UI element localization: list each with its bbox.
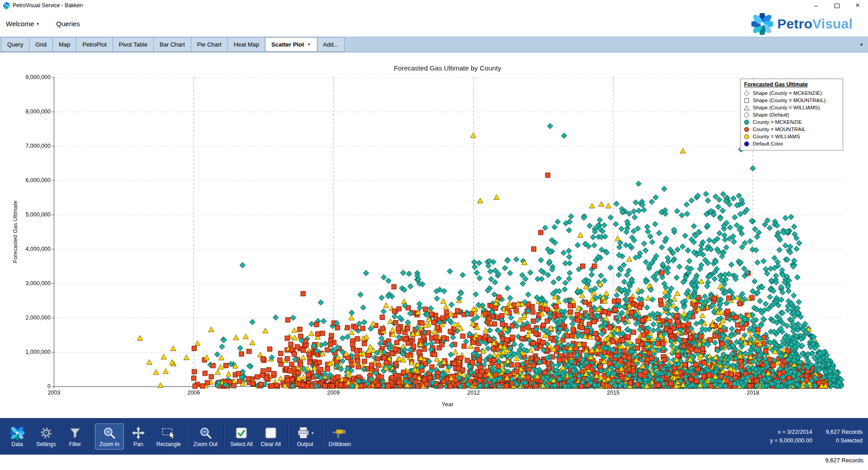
bottom-toolbar: DataSettingsFilterZoom InPanRectangleZoo… [0, 418, 868, 455]
zoom-out-button[interactable]: Zoom Out [190, 423, 221, 450]
toolbar-button-label: Data [11, 441, 23, 447]
circle-blue-icon [744, 141, 750, 147]
tab-bar-chart[interactable]: Bar Chart [153, 37, 191, 52]
petrovisual-logo: PetroVisual [751, 13, 868, 35]
clear-all-icon [264, 426, 278, 440]
funnel-icon [69, 426, 81, 440]
rectangle-button[interactable]: Rectangle [153, 423, 184, 450]
tab-label: PetroPlot [82, 41, 106, 48]
tab-pie-chart[interactable]: Pie Chart [191, 37, 228, 52]
tab-bar: QueryGridMapPetroPlotPivot TableBar Char… [0, 37, 868, 52]
pan-button[interactable]: Pan [124, 423, 153, 450]
tab-add[interactable]: Add... [317, 37, 345, 52]
zoom-in-icon [103, 426, 116, 440]
diamond-outline-icon [744, 90, 750, 96]
toolbar-button-label: Select All [230, 441, 252, 447]
select-all-icon [235, 426, 248, 440]
tab-petroplot[interactable]: PetroPlot [76, 37, 113, 52]
tab-label: Scatter Plot [271, 41, 304, 48]
menu-item-label: Queries [56, 20, 80, 28]
pan-icon [132, 426, 145, 440]
maximize-box-icon [835, 4, 840, 8]
status-bar: 9,627 Records [0, 455, 868, 470]
settings-button[interactable]: Settings [32, 423, 61, 450]
toolbar-separator [288, 423, 288, 450]
minimize-button[interactable]: – [806, 0, 826, 11]
circle-outline-icon [744, 112, 750, 118]
data-button[interactable]: Data [3, 423, 32, 450]
readout-y: y = 9,000,000.00 [770, 437, 812, 444]
tab-label: Grid [35, 41, 47, 48]
toolbar-button-label: Output [297, 441, 313, 447]
tab-label: Bar Chart [160, 41, 185, 48]
circle-yellow-icon [744, 134, 750, 140]
rectangle-icon [161, 426, 176, 440]
window-controls: –× [806, 0, 868, 11]
zoom-in-button[interactable]: Zoom In [95, 423, 124, 450]
legend-entry: Shape (County = MOUNTRAIL) [744, 97, 840, 104]
brand-text: PetroVisual [777, 16, 853, 32]
toolbar-separator [223, 423, 224, 450]
menu-item-welcome[interactable]: Welcome▾ [6, 20, 39, 28]
legend-entry-label: Shape (Default) [753, 112, 789, 118]
chart-legend: Forecasted Gas Ultimate Shape (County = … [740, 79, 843, 150]
legend-entry-label: Shape (County = MOUNTRAIL) [753, 98, 826, 103]
legend-rows: Shape (County = MCKENZIE)Shape (County =… [744, 89, 840, 147]
pinwheel-icon [10, 426, 24, 440]
close-button[interactable]: × [847, 0, 868, 11]
toolbar-button-label: Clear All [260, 441, 281, 447]
zoom-out-icon [199, 426, 212, 440]
clear-all-button[interactable]: Clear All [256, 423, 285, 450]
legend-entry: County = MOUNTRAIL [744, 126, 840, 133]
output-button[interactable]: ▾Output [291, 423, 320, 450]
tab-map[interactable]: Map [52, 37, 76, 52]
circle-teal-icon [744, 119, 750, 125]
status-records: 9,627 Records [825, 457, 863, 464]
legend-entry-label: County = MOUNTRAIL [753, 127, 806, 132]
menu-item-queries[interactable]: Queries [56, 20, 80, 28]
scatter-plot-canvas[interactable] [0, 52, 868, 418]
legend-entry: Default Color [744, 140, 840, 147]
legend-entry: County = WILLIAMS [744, 133, 840, 140]
legend-title: Forecasted Gas Ultimate [744, 81, 840, 88]
toolbar-button-label: Zoom Out [193, 441, 217, 447]
tab-heat-map[interactable]: Heat Map [227, 37, 265, 52]
brand-primary: Petro [777, 16, 812, 31]
chart-title: Forecasted Gas Ultimate by County [54, 64, 841, 72]
drill-icon [332, 426, 347, 440]
printer-icon: ▾ [297, 426, 314, 440]
menu-bar-items: Welcome▾Queries [6, 20, 97, 28]
tab-label: Pie Chart [197, 41, 222, 48]
filter-button[interactable]: Filter [61, 423, 90, 450]
readout-selected: 0 Selected [836, 437, 863, 444]
window-title: PetroVisual Service - Bakken [13, 2, 83, 9]
tab-label: Pivot Table [119, 41, 147, 48]
tab-grid[interactable]: Grid [29, 37, 53, 52]
readout-records: 9,627 Records [826, 429, 863, 435]
toolbar-readout: x = 3/22/2014 y = 9,000,000.00 9,627 Rec… [770, 429, 864, 444]
tab-scatter-plot[interactable]: Scatter Plot▼ [265, 37, 317, 52]
legend-entry: Shape (County = MCKENZIE) [744, 89, 840, 97]
toolbar-separator [92, 423, 93, 450]
select-all-button[interactable]: Select All [226, 423, 256, 450]
tabbar-overflow-caret-icon[interactable]: ▼ [859, 42, 863, 47]
app-icon [3, 2, 10, 9]
toolbar-button-label: Zoom In [99, 441, 119, 447]
maximize-button[interactable] [826, 0, 847, 11]
brand-secondary: Visual [812, 16, 853, 31]
tab-label: Map [59, 41, 70, 48]
toolbar-button-label: Pan [133, 441, 143, 447]
tab-query[interactable]: Query [1, 37, 29, 52]
y-axis-label: Forecasted Gas Ultimate [12, 201, 19, 263]
legend-entry: County = MCKENZIE [744, 118, 840, 126]
toolbar-separator [187, 423, 188, 450]
legend-entry-label: Shape (County = MCKENZIE) [753, 90, 822, 96]
legend-entry-label: County = WILLIAMS [753, 134, 800, 139]
chevron-down-icon: ▾ [37, 21, 39, 26]
menu-bar: Welcome▾Queries PetroVisual [0, 11, 868, 37]
menu-item-label: Welcome [6, 20, 34, 28]
tab-pivot-table[interactable]: Pivot Table [113, 37, 154, 52]
legend-entry: Shape (Default) [744, 111, 840, 118]
square-outline-icon [744, 98, 750, 103]
drilldown-button[interactable]: Drilldown [325, 423, 354, 450]
